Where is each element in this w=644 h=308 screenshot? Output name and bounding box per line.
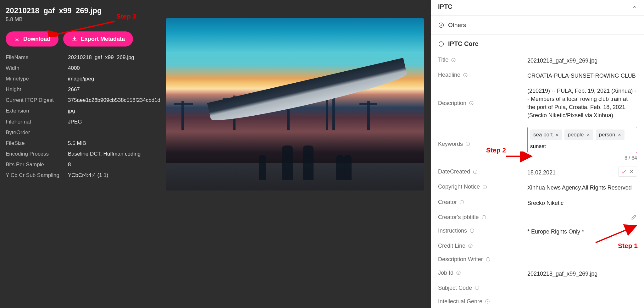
field-label-text: Description Writer [438, 256, 483, 263]
meta-value: 8 [68, 161, 166, 168]
plus-circle-icon [438, 22, 444, 28]
meta-value: 2667 [68, 86, 166, 93]
meta-value [68, 129, 166, 136]
info-icon[interactable] [463, 73, 468, 78]
meta-value: 375aee1c26b909cb538c558f234cbd1d [68, 97, 166, 104]
iptc-section-title: IPTC [438, 3, 452, 10]
chevron-up-icon [632, 4, 637, 9]
remove-tag-icon[interactable] [618, 133, 621, 137]
field-subjectcode: Subject Code [438, 281, 637, 295]
download-button-label: Download [23, 36, 50, 42]
meta-label: ByteOrder [6, 129, 66, 136]
field-title: Title 20210218_gaf_x99_269.jpg [438, 53, 637, 68]
field-label-text: Copyright Notice [438, 184, 480, 190]
info-icon[interactable] [482, 184, 487, 190]
field-label-text: Job Id [438, 270, 453, 276]
meta-value: YCbCr4:4:4 (1 1) [68, 172, 166, 179]
meta-label: Bits Per Sample [6, 161, 66, 168]
info-icon[interactable] [481, 215, 486, 220]
info-icon[interactable] [485, 299, 490, 304]
info-icon[interactable] [456, 270, 461, 275]
left-panel: 20210218_gaf_x99_269.jpg 5.8 MB Download… [0, 0, 431, 308]
field-label-text: Title [438, 57, 448, 63]
meta-value: 20210218_gaf_x99_269.jpg [68, 54, 166, 61]
info-icon[interactable] [459, 200, 464, 205]
field-description-writer: Description Writer [438, 253, 637, 266]
info-icon[interactable] [469, 228, 475, 233]
field-value-text[interactable]: Xinhua News Agency.All Rights Reserved [527, 184, 637, 192]
meta-label: FileName [6, 54, 66, 61]
field-value-text[interactable]: CROATIA-PULA-SUNSET-ROWING CLUB [527, 72, 637, 80]
remove-tag-icon[interactable] [586, 133, 590, 137]
meta-label: FileSize [6, 140, 66, 147]
info-icon[interactable] [473, 169, 478, 174]
meta-value: image/jpeg [68, 75, 166, 82]
edit-icon[interactable] [631, 214, 637, 220]
meta-label: Current ITCP Digest [6, 97, 66, 104]
info-icon[interactable] [475, 285, 480, 290]
field-label-text: Intellectual Genre [438, 298, 482, 305]
field-label-text: Creator [438, 199, 457, 206]
keyword-tag[interactable]: sea port [530, 129, 562, 140]
file-metadata-list: FileName 20210218_gaf_x99_269.jpg Width … [6, 54, 166, 179]
field-value-text[interactable]: * Europe Rights Only * [527, 228, 637, 236]
meta-label: Y Cb Cr Sub Sampling [6, 172, 66, 179]
field-jobid: Job Id 20210218_gaf_x99_269.jpg [438, 266, 637, 281]
download-icon [14, 36, 20, 42]
export-metadata-button-label: Export Metadata [81, 36, 125, 42]
field-label-text: Headline [438, 72, 460, 78]
confirm-icon[interactable] [621, 169, 627, 174]
download-button[interactable]: Download [6, 31, 58, 47]
iptc-core-body: Title 20210218_gaf_x99_269.jpg Headline … [431, 51, 644, 308]
field-label-text: Instructions [438, 228, 467, 234]
metadata-column: 20210218_gaf_x99_269.jpg 5.8 MB Download… [6, 6, 166, 302]
export-icon [71, 36, 78, 42]
meta-value: 5.5 MiB [68, 140, 166, 147]
info-icon[interactable] [469, 101, 474, 106]
field-label-text: Creator's jobtitle [438, 214, 479, 221]
field-copyright: Copyright Notice Xinhua News Agency.All … [438, 180, 637, 195]
others-row[interactable]: Others [431, 16, 644, 35]
field-headline: Headline CROATIA-PULA-SUNSET-ROWING CLUB [438, 68, 637, 83]
meta-label: FileFormat [6, 118, 66, 125]
action-button-row: Download Export Metadata [6, 31, 166, 47]
minus-circle-icon [438, 41, 444, 47]
field-value-text[interactable]: Srecko Niketic [527, 199, 637, 207]
keyword-input[interactable] [530, 143, 597, 150]
remove-tag-icon[interactable] [555, 133, 559, 137]
field-label-text: Description [438, 100, 466, 107]
iptc-core-title: IPTC Core [448, 40, 479, 47]
field-label-text: Keywords [438, 141, 463, 147]
info-icon[interactable] [468, 243, 473, 248]
meta-value: Baseline DCT, Huffman coding [68, 151, 166, 157]
meta-label: Width [6, 65, 66, 72]
field-creditline: Credit Line [438, 239, 637, 253]
field-value-text[interactable]: 20210218_gaf_x99_269.jpg [527, 270, 637, 278]
field-datecreated: DateCreated 18.02.2021 [438, 165, 637, 180]
cancel-icon[interactable] [629, 169, 634, 174]
meta-value: 4000 [68, 65, 166, 72]
info-icon[interactable] [465, 141, 470, 146]
keyword-tag[interactable]: people [564, 129, 593, 140]
field-creator: Creator Srecko Niketic [438, 195, 637, 211]
iptc-section-header[interactable]: IPTC [431, 0, 644, 16]
keywords-editor[interactable]: sea port people person [527, 127, 637, 153]
info-icon[interactable] [451, 58, 456, 63]
meta-label: Encoding Process [6, 151, 66, 157]
others-label: Others [448, 22, 466, 29]
field-value-text[interactable]: (210219) -- PULA, Feb. 19, 2021 (Xinhua)… [527, 87, 637, 119]
field-value-text[interactable]: 18.02.2021 [527, 168, 637, 177]
field-instructions: Instructions * Europe Rights Only * [438, 224, 637, 239]
keyword-tag[interactable]: person [596, 129, 625, 140]
image-preview[interactable] [166, 18, 424, 190]
iptc-core-header[interactable]: IPTC Core [431, 35, 644, 51]
meta-label: Extension [6, 107, 66, 114]
keyword-count: 6 / 64 [527, 153, 637, 162]
meta-label: Mimetype [6, 75, 66, 82]
export-metadata-button[interactable]: Export Metadata [63, 31, 133, 47]
field-creator-jobtitle: Creator's jobtitle [438, 211, 637, 224]
field-value-text[interactable]: 20210218_gaf_x99_269.jpg [527, 57, 637, 65]
field-label-text: Subject Code [438, 285, 472, 291]
info-icon[interactable] [486, 257, 491, 262]
image-preview-column [166, 6, 427, 302]
